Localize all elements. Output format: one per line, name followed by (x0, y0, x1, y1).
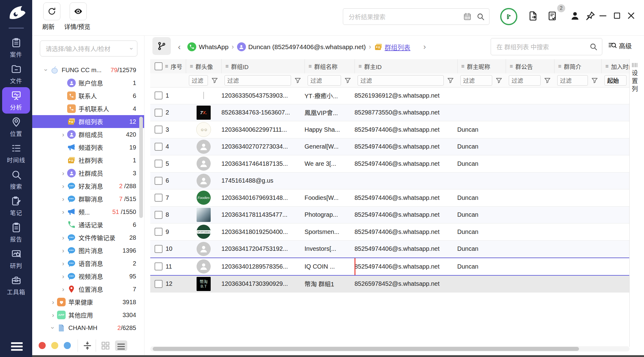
tree-expand-chevron[interactable]: › (59, 208, 67, 215)
sidebar-item-notes[interactable]: 笔记 (0, 193, 32, 219)
filter-input[interactable]: 过滤 (509, 75, 541, 86)
advanced-search-button[interactable]: 高级 (608, 41, 632, 50)
refresh-button[interactable] (43, 2, 60, 20)
breadcrumb-page[interactable]: 群组列表 (385, 42, 410, 52)
row-checkbox[interactable] (155, 280, 163, 288)
scrollbar-thumb[interactable] (153, 347, 579, 351)
close-icon[interactable] (627, 11, 636, 20)
filter-input[interactable]: 过滤 (557, 75, 588, 86)
tree-item[interactable]: › 图片消息 1396 (32, 244, 144, 257)
tree-item[interactable]: 频道列表 19 (32, 141, 144, 154)
row-checkbox[interactable] (155, 91, 163, 99)
tree-item[interactable]: 通话记录 6 (32, 218, 144, 231)
row-checkbox[interactable] (155, 177, 163, 185)
table-row[interactable]: 1 120363350543753903... YT·療癒小... 852619… (150, 87, 630, 104)
blue-tag-dot[interactable] (64, 342, 71, 349)
row-checkbox[interactable] (155, 245, 163, 253)
tree-expand-chevron[interactable]: › (43, 66, 50, 74)
forward-chevron-icon[interactable]: › (423, 42, 426, 52)
row-checkbox[interactable] (155, 228, 163, 236)
tree-item[interactable]: 群组列表 12 (32, 115, 144, 128)
cell-owner-id[interactable]: 85254974406@s.whatsapp.net (355, 121, 457, 138)
tree-item[interactable]: › 群聊消息 7 /515 (32, 192, 144, 205)
cell-owner-id[interactable]: 85254974406@s.whatsapp.net (355, 189, 457, 206)
grid-view-icon[interactable] (100, 340, 111, 351)
column-header-owner-id[interactable]: ≡群主ID (355, 59, 457, 73)
tree-item[interactable]: 账户信息 1 (32, 76, 144, 89)
sidebar-item-case[interactable]: 案件 (0, 34, 32, 61)
row-checkbox[interactable] (155, 126, 163, 134)
tree-item[interactable]: › 社群成员 3 (32, 167, 144, 180)
tree-item[interactable]: › 频... 51 /1550 (32, 205, 144, 218)
menu-hamburger-icon[interactable] (11, 342, 23, 351)
sidebar-item-analysis[interactable]: 分析 (2, 87, 30, 114)
tree-item[interactable]: › FUNG CC m... 79/12579 (32, 64, 144, 76)
tree-item[interactable]: › 苹果健康 3918 (32, 296, 144, 308)
funnel-icon[interactable] (294, 77, 301, 84)
tree-item[interactable]: › 好友消息 2 /288 (32, 180, 144, 192)
row-checkbox[interactable] (155, 211, 163, 219)
cell-owner-id[interactable]: 85298773550@s.whatsapp.net (355, 104, 457, 121)
sidebar-item-location[interactable]: 位置 (0, 114, 32, 140)
row-checkbox[interactable] (155, 194, 163, 202)
funnel-icon[interactable] (544, 77, 551, 84)
tree-expand-chevron[interactable]: › (59, 247, 67, 254)
cell-owner-id[interactable]: 85261936912@s.whatsapp.net (355, 87, 457, 104)
tree-item[interactable]: › 语音消息 2 (32, 257, 144, 270)
tree-expand-chevron[interactable]: › (59, 182, 67, 190)
sidebar-item-timeline[interactable]: 时间线 (0, 140, 32, 166)
table-row[interactable]: 10 120363417204753192... Investors[... 8… (150, 241, 630, 258)
send-flag-button[interactable] (500, 8, 517, 25)
record-check-icon[interactable] (547, 10, 558, 21)
drag-grip-icon[interactable] (632, 63, 637, 67)
tree-expand-chevron[interactable]: › (59, 195, 67, 203)
tree-expand-chevron[interactable]: › (49, 311, 57, 319)
preview-button[interactable] (70, 2, 87, 20)
analysis-result-search[interactable]: 分析结果搜索 (343, 8, 489, 25)
maximize-icon[interactable] (612, 11, 622, 20)
tree-item[interactable]: › 视频消息 95 (32, 270, 144, 283)
relation-graph-button[interactable] (152, 37, 171, 55)
row-checkbox[interactable] (155, 143, 163, 151)
row-checkbox[interactable] (155, 262, 163, 270)
red-tag-dot[interactable] (39, 342, 46, 349)
column-header-intro[interactable]: ≡群简介 (554, 59, 601, 73)
breadcrumb-app[interactable]: WhatsApp (199, 43, 228, 51)
column-settings-button[interactable]: 设置列 (630, 70, 639, 94)
back-chevron-icon[interactable]: ‹ (178, 42, 181, 52)
horizontal-scrollbar[interactable] (150, 346, 630, 351)
breadcrumb-owner[interactable]: Duncan (85254974406@s.whatsapp.net) (248, 43, 366, 51)
column-header-group-name[interactable]: ≡群组名称 (305, 59, 355, 73)
funnel-icon[interactable] (447, 77, 454, 84)
funnel-icon[interactable] (344, 77, 351, 84)
sidebar-item-toolbox[interactable]: 工具箱 (0, 272, 32, 298)
cell-owner-id[interactable]: 85254974406@s.whatsapp.net (355, 258, 457, 275)
tree-item[interactable]: › APP 其他应用 3304 (32, 308, 144, 321)
tree-expand-chevron[interactable]: › (59, 285, 67, 293)
filter-input[interactable]: 过滤 (308, 75, 341, 86)
sidebar-item-research[interactable]: 研判 (0, 246, 32, 272)
table-row[interactable]: 4 120363402707273034... General[W... 852… (150, 138, 630, 156)
tree-expand-chevron[interactable]: › (49, 298, 57, 306)
funnel-icon[interactable] (495, 77, 503, 84)
list-view-icon[interactable] (115, 340, 127, 351)
table-row[interactable]: 6 1745161488@g.us (150, 173, 630, 190)
table-row[interactable]: 5 120363417464187135... We are 3[... 852… (150, 155, 630, 173)
column-header-announcement[interactable]: ≡群公告 (506, 59, 554, 73)
table-row[interactable]: 2 7X. 85263834763-1563607... 鳳凰VIP會... 8… (150, 104, 630, 122)
pin-icon[interactable] (585, 10, 596, 21)
cell-owner-id[interactable]: 85254974406@s.whatsapp.net (355, 155, 457, 172)
cell-owner-id[interactable]: 85254974406@s.whatsapp.net (355, 241, 457, 258)
column-header-index[interactable]: ≡序号 (150, 59, 186, 73)
sidebar-item-report[interactable]: 报告 (0, 219, 32, 246)
filter-input[interactable]: 过滤 (460, 75, 492, 86)
collapse-all-icon[interactable] (82, 340, 93, 351)
column-header-avatar[interactable]: ≡群头像 (186, 59, 221, 73)
tree-item[interactable]: › CHAN-MH 2/6285 (32, 321, 144, 334)
tree-item[interactable]: › 群组成员 420 (32, 128, 144, 141)
minimize-icon[interactable] (598, 11, 608, 20)
table-row[interactable]: 3 ☺☺ 120363400622997111... Happy Sha... … (150, 121, 630, 138)
tree-scrollbar[interactable] (139, 117, 143, 218)
table-search[interactable]: 在 群组列表 中搜索 (491, 38, 602, 55)
column-header-owner-nick[interactable]: ≡群主昵称 (457, 59, 506, 73)
